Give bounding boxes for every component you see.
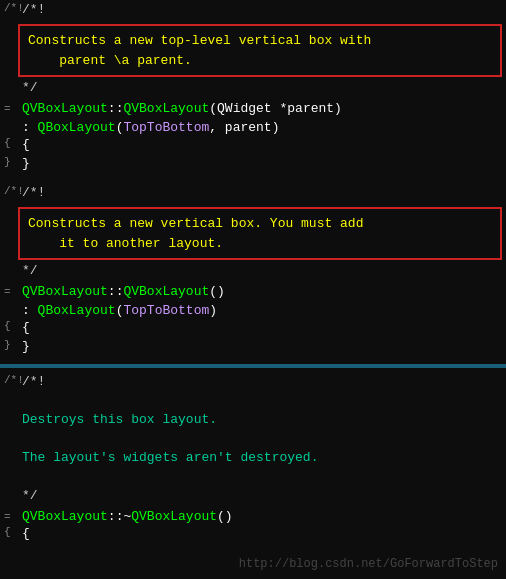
comment-close-1: */ <box>0 80 506 99</box>
gutter-symbol: /*! <box>4 2 18 21</box>
eq-gutter: = <box>4 103 18 115</box>
blank-line <box>0 393 506 412</box>
section-1: /*! /*! Constructs a new top-level verti… <box>0 0 506 177</box>
function-line-1: = QVBoxLayout::QVBoxLayout(QWidget *pare… <box>0 99 506 118</box>
divider <box>0 364 506 368</box>
function-line-2: = QVBoxLayout::QVBoxLayout() <box>0 282 506 301</box>
blank-line-3 <box>0 469 506 488</box>
section-2: /*! /*! Constructs a new vertical box. Y… <box>0 183 506 360</box>
highlight-text-1: Constructs a new top-level vertical box … <box>28 33 371 68</box>
blank-line-2 <box>0 431 506 450</box>
brace-close-2: } } <box>0 339 506 358</box>
line-content: : QBoxLayout(TopToBottom, parent) <box>18 120 279 135</box>
desc-line-1: Destroys this box layout. <box>0 412 506 431</box>
highlight-text-2: Constructs a new vertical box. You must … <box>28 216 363 251</box>
desc-line-2: The layout's widgets aren't destroyed. <box>0 450 506 469</box>
section-3: /*! /*! Destroys this box layout. The la… <box>0 372 506 547</box>
init-line-2: : QBoxLayout(TopToBottom) <box>0 301 506 320</box>
gutter-close <box>4 80 18 99</box>
comment-close-2: */ <box>0 263 506 282</box>
init-line-1: : QBoxLayout(TopToBottom, parent) <box>0 118 506 137</box>
highlight-box-1: Constructs a new top-level vertical box … <box>18 24 502 77</box>
brace-open-1: { { <box>0 137 506 156</box>
comment-line-3: /*! /*! <box>0 374 506 393</box>
comment-line-1: /*! /*! <box>0 2 506 21</box>
line-content: /*! <box>18 2 45 21</box>
line-content: QVBoxLayout::QVBoxLayout(QWidget *parent… <box>18 101 342 116</box>
line-content: */ <box>18 80 38 99</box>
code-editor: /*! /*! Constructs a new top-level verti… <box>0 0 506 579</box>
brace-open-2: { { <box>0 320 506 339</box>
comment-close-3: */ <box>0 488 506 507</box>
function-line-3: = QVBoxLayout::~QVBoxLayout() <box>0 507 506 526</box>
brace-close-1: } } <box>0 156 506 175</box>
comment-line-2: /*! /*! <box>0 185 506 204</box>
watermark: http://blog.csdn.net/GoForwardToStep <box>239 557 498 571</box>
brace-open-3: { { <box>0 526 506 545</box>
highlight-box-2: Constructs a new vertical box. You must … <box>18 207 502 260</box>
